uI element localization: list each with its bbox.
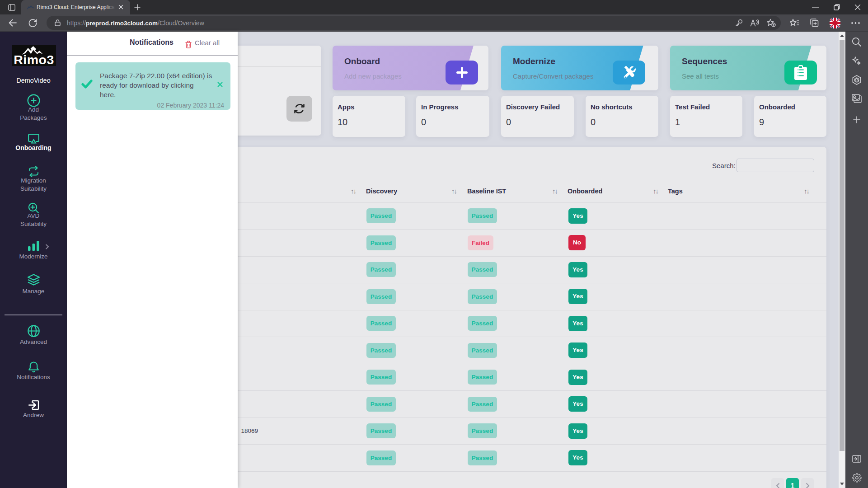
- svg-text:Rimo3: Rimo3: [14, 52, 54, 66]
